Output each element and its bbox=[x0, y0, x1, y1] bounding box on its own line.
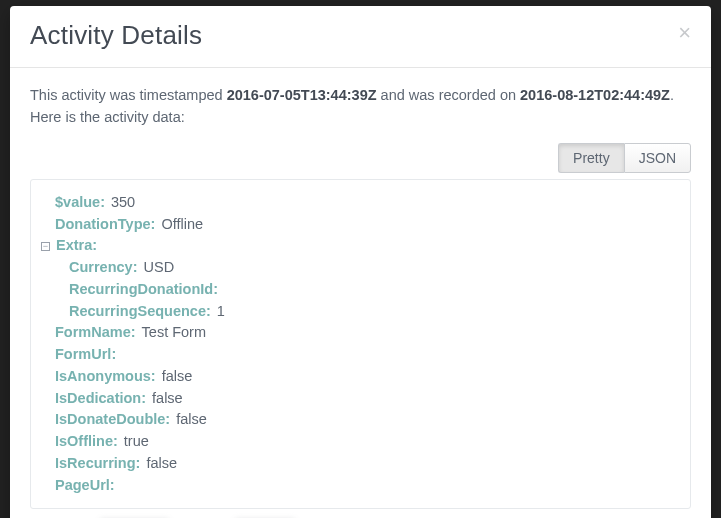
val: true bbox=[124, 431, 149, 453]
row-currency: Currency: USD bbox=[69, 257, 676, 279]
intro-mid: and was recorded on bbox=[377, 87, 520, 103]
key: $value: bbox=[55, 192, 105, 214]
collapse-icon[interactable]: − bbox=[41, 242, 50, 251]
row-recurring-donation-id: RecurringDonationId: bbox=[69, 279, 676, 301]
key: RecurringDonationId: bbox=[69, 279, 218, 301]
row-is-dedication: IsDedication: false bbox=[55, 388, 676, 410]
row-form-name: FormName: Test Form bbox=[55, 322, 676, 344]
key: Extra: bbox=[56, 235, 97, 257]
intro-line2: Here is the activity data: bbox=[30, 109, 185, 125]
key: Currency: bbox=[69, 257, 138, 279]
key: FormName: bbox=[55, 322, 136, 344]
recorded-value: 2016-08-12T02:44:49Z bbox=[520, 87, 670, 103]
intro-prefix: This activity was timestamped bbox=[30, 87, 227, 103]
modal-header: Activity Details × bbox=[10, 6, 711, 68]
view-pretty-button[interactable]: Pretty bbox=[558, 143, 624, 173]
row-is-recurring: IsRecurring: false bbox=[55, 453, 676, 475]
row-page-url: PageUrl: bbox=[55, 475, 676, 497]
val: false bbox=[146, 453, 177, 475]
id-footer: Activity ID 00000 Unique: 0000 bbox=[30, 509, 691, 518]
key: IsAnonymous: bbox=[55, 366, 156, 388]
intro-suffix-period: . bbox=[670, 87, 674, 103]
key: IsDonateDouble: bbox=[55, 409, 170, 431]
key: DonationType: bbox=[55, 214, 155, 236]
val: Offline bbox=[161, 214, 203, 236]
key: FormUrl: bbox=[55, 344, 116, 366]
key: IsDedication: bbox=[55, 388, 146, 410]
row-is-offline: IsOffline: true bbox=[55, 431, 676, 453]
extra-nested: Currency: USD RecurringDonationId: Recur… bbox=[55, 257, 676, 322]
val: Test Form bbox=[142, 322, 206, 344]
key: IsOffline: bbox=[55, 431, 118, 453]
key: RecurringSequence: bbox=[69, 301, 211, 323]
key: PageUrl: bbox=[55, 475, 115, 497]
modal-title: Activity Details bbox=[30, 20, 691, 51]
modal-body: This activity was timestamped 2016-07-05… bbox=[10, 68, 711, 518]
key: IsRecurring: bbox=[55, 453, 140, 475]
row-extra-header: − Extra: bbox=[41, 235, 676, 257]
row-is-donate-double: IsDonateDouble: false bbox=[55, 409, 676, 431]
activity-details-modal: Activity Details × This activity was tim… bbox=[10, 6, 711, 518]
val: 350 bbox=[111, 192, 135, 214]
intro-text: This activity was timestamped 2016-07-05… bbox=[30, 84, 691, 129]
val: false bbox=[176, 409, 207, 431]
val: false bbox=[162, 366, 193, 388]
val: false bbox=[152, 388, 183, 410]
val: USD bbox=[144, 257, 175, 279]
activity-data-panel: $value: 350 DonationType: Offline − Extr… bbox=[30, 179, 691, 510]
val: 1 bbox=[217, 301, 225, 323]
row-donation-type: DonationType: Offline bbox=[55, 214, 676, 236]
row-form-url: FormUrl: bbox=[55, 344, 676, 366]
row-recurring-sequence: RecurringSequence: 1 bbox=[69, 301, 676, 323]
row-value: $value: 350 bbox=[55, 192, 676, 214]
view-json-button[interactable]: JSON bbox=[624, 143, 691, 173]
timestamp-value: 2016-07-05T13:44:39Z bbox=[227, 87, 377, 103]
view-toggle: Pretty JSON bbox=[30, 143, 691, 173]
close-icon[interactable]: × bbox=[674, 18, 695, 48]
row-is-anonymous: IsAnonymous: false bbox=[55, 366, 676, 388]
